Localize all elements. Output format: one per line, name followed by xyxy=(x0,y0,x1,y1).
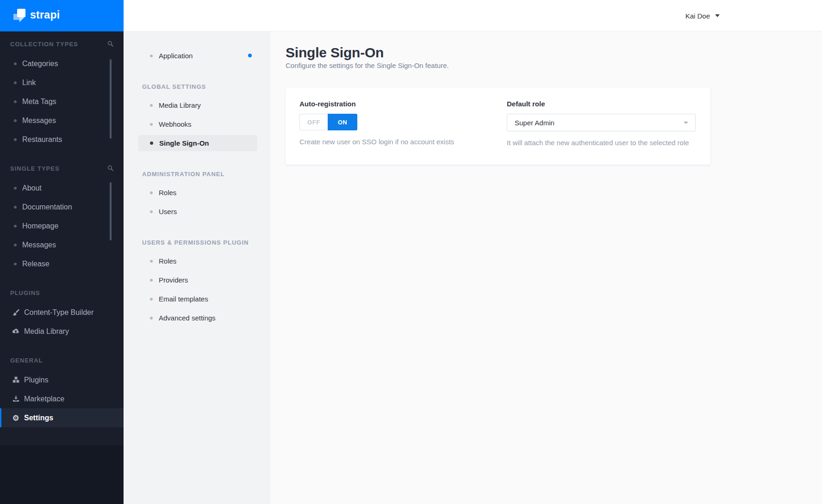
bullet-icon xyxy=(14,263,17,265)
default-role-label: Default role xyxy=(507,100,704,108)
bullet-icon xyxy=(150,141,153,145)
subnav-item-single-sign-on[interactable]: Single Sign-On xyxy=(125,134,270,153)
cloud-upload-icon xyxy=(12,328,19,335)
sidebar-item-messages-single[interactable]: Messages xyxy=(0,235,124,254)
collection-types-heading: COLLECTION TYPES xyxy=(10,41,78,48)
sidebar-item-plugins[interactable]: Plugins xyxy=(0,370,124,389)
subnav-section-global-settings: GLOBAL SETTINGS Media Library Webhooks S… xyxy=(125,84,270,153)
section-general: GENERAL Plugins Marketplace ⚙ S xyxy=(0,341,124,427)
sidebar-item-marketplace[interactable]: Marketplace xyxy=(0,389,124,408)
subnav-item-admin-users[interactable]: Users xyxy=(125,202,270,221)
global-settings-heading: GLOBAL SETTINGS xyxy=(125,84,270,90)
bullet-icon xyxy=(14,244,17,246)
page-title: Single Sign-On xyxy=(286,46,822,59)
sidebar-item-media-library[interactable]: Media Library xyxy=(0,322,124,341)
top-bar: Kai Doe xyxy=(124,0,822,31)
bullet-icon xyxy=(150,210,153,213)
subnav-item-up-roles[interactable]: Roles xyxy=(125,252,270,270)
general-heading: GENERAL xyxy=(10,357,43,364)
user-name: Kai Doe xyxy=(685,12,710,20)
section-single-types: SINGLE TYPES About Documentation Homepag… xyxy=(0,149,124,273)
single-types-scrollbar[interactable] xyxy=(110,182,112,240)
sidebar-item-homepage[interactable]: Homepage xyxy=(0,216,124,235)
paint-brush-icon xyxy=(12,309,19,316)
strapi-logo-icon xyxy=(12,7,27,24)
search-icon[interactable] xyxy=(107,165,113,172)
section-plugins: PLUGINS Content-Type Builder Media Libra… xyxy=(0,273,124,341)
subnav-item-email-templates[interactable]: Email templates xyxy=(125,289,270,308)
bullet-icon xyxy=(150,260,153,263)
bullet-icon xyxy=(150,298,153,301)
auto-registration-field: Auto-registration OFF ON Create new user… xyxy=(299,100,498,165)
subnav-item-admin-roles[interactable]: Roles xyxy=(125,183,270,202)
bullet-icon xyxy=(14,62,17,65)
search-icon[interactable] xyxy=(107,41,113,48)
default-role-value: Super Admin xyxy=(515,119,554,127)
sidebar-item-meta-tags[interactable]: Meta Tags xyxy=(0,92,124,111)
sidebar-item-content-type-builder[interactable]: Content-Type Builder xyxy=(0,303,124,322)
users-permissions-heading: USERS & PERMISSIONS PLUGIN xyxy=(125,240,270,246)
plugins-heading: PLUGINS xyxy=(10,290,40,296)
bullet-icon xyxy=(14,206,17,209)
auto-registration-hint: Create new user on SSO login if no accou… xyxy=(299,138,498,146)
default-role-select[interactable]: Super Admin xyxy=(507,114,696,131)
sidebar-item-about[interactable]: About xyxy=(0,178,124,197)
sidebar-item-restaurants[interactable]: Restaurants xyxy=(0,130,124,149)
bullet-icon xyxy=(14,100,17,103)
collection-types-scrollbar[interactable] xyxy=(110,59,112,139)
sidebar-item-settings[interactable]: ⚙ Settings xyxy=(0,408,124,427)
sidebar-menu: COLLECTION TYPES Categories Link Meta Ta… xyxy=(0,31,124,427)
subnav-section-users-permissions: USERS & PERMISSIONS PLUGIN Roles Provide… xyxy=(125,240,270,327)
bullet-icon xyxy=(150,191,153,194)
bullet-icon xyxy=(150,317,153,320)
auto-registration-toggle: OFF ON xyxy=(299,114,357,130)
default-role-hint: It will attach the new authenticated use… xyxy=(507,139,704,147)
subnav-item-application[interactable]: Application xyxy=(125,46,270,65)
bullet-icon xyxy=(150,279,153,282)
sidebar-footer xyxy=(0,445,124,504)
subnav-item-webhooks[interactable]: Webhooks xyxy=(125,115,270,134)
chevron-down-icon xyxy=(715,14,720,17)
sidebar-item-categories[interactable]: Categories xyxy=(0,54,124,73)
user-menu[interactable]: Kai Doe xyxy=(685,0,720,31)
single-types-heading: SINGLE TYPES xyxy=(10,166,60,172)
administration-panel-heading: ADMINISTRATION PANEL xyxy=(125,171,270,178)
section-collection-types: COLLECTION TYPES Categories Link Meta Ta… xyxy=(0,31,124,149)
subnav-item-media-library[interactable]: Media Library xyxy=(125,96,270,115)
bullet-icon xyxy=(150,55,153,57)
main-sidebar: COLLECTION TYPES Categories Link Meta Ta… xyxy=(0,0,124,504)
bullet-icon xyxy=(14,138,17,141)
auto-registration-label: Auto-registration xyxy=(299,100,498,108)
sso-settings-card: Auto-registration OFF ON Create new user… xyxy=(286,88,710,165)
page-subtitle: Configure the settings for the Single Si… xyxy=(286,61,822,69)
toggle-on-button[interactable]: ON xyxy=(328,114,357,130)
bullet-icon xyxy=(150,123,153,126)
chevron-down-icon xyxy=(684,122,688,124)
main-content: Single Sign-On Configure the settings fo… xyxy=(270,31,822,504)
toggle-off-button[interactable]: OFF xyxy=(299,114,328,130)
subnav-section-administration-panel: ADMINISTRATION PANEL Roles Users xyxy=(125,171,270,221)
sidebar-item-link[interactable]: Link xyxy=(0,73,124,92)
subnav-item-advanced-settings[interactable]: Advanced settings xyxy=(125,308,270,327)
notification-dot xyxy=(248,54,252,57)
brand-name: strapi xyxy=(30,9,60,21)
bullet-icon xyxy=(150,104,153,107)
sidebar-item-messages[interactable]: Messages xyxy=(0,111,124,130)
gear-icon: ⚙ xyxy=(12,414,19,422)
bullet-icon xyxy=(14,81,17,84)
settings-subnav: Application GLOBAL SETTINGS Media Librar… xyxy=(124,31,270,504)
bullet-icon xyxy=(14,225,17,227)
sidebar-item-release[interactable]: Release xyxy=(0,254,124,273)
bullet-icon xyxy=(14,187,17,190)
strapi-logo[interactable]: strapi xyxy=(0,0,124,31)
bullet-icon xyxy=(14,119,17,122)
download-icon xyxy=(12,395,19,403)
subnav-item-providers[interactable]: Providers xyxy=(125,270,270,289)
sidebar-item-documentation[interactable]: Documentation xyxy=(0,197,124,216)
default-role-field: Default role Super Admin It will attach … xyxy=(498,100,704,165)
cubes-icon xyxy=(12,376,19,384)
